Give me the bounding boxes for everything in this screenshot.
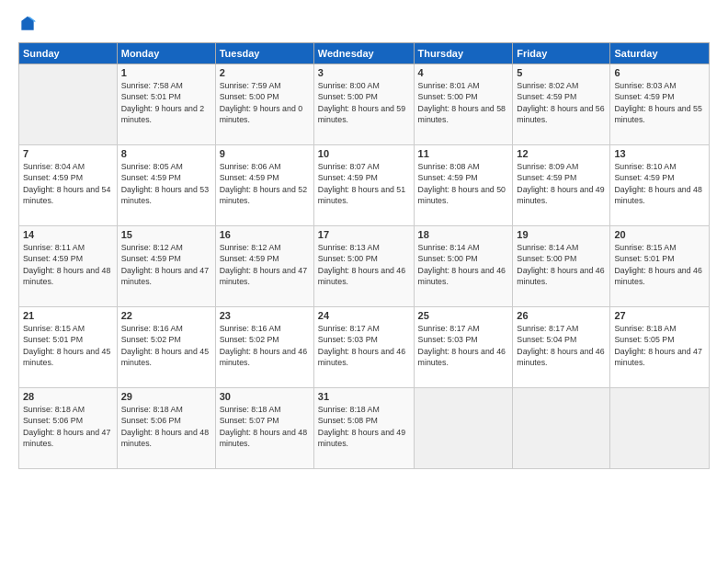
calendar-header-cell: Friday <box>513 43 610 64</box>
calendar-week-row: 28Sunrise: 8:18 AMSunset: 5:06 PMDayligh… <box>19 388 710 469</box>
calendar-day-cell: 22Sunrise: 8:16 AMSunset: 5:02 PMDayligh… <box>117 307 215 388</box>
calendar-day-cell <box>414 388 513 469</box>
calendar-header-cell: Monday <box>117 43 215 64</box>
day-detail: Sunrise: 8:18 AMSunset: 5:06 PMDaylight:… <box>121 404 211 449</box>
day-number: 4 <box>418 67 509 78</box>
calendar-day-cell: 25Sunrise: 8:17 AMSunset: 5:03 PMDayligh… <box>414 307 513 388</box>
day-number: 25 <box>418 310 509 321</box>
day-number: 12 <box>517 148 606 159</box>
calendar-day-cell: 21Sunrise: 8:15 AMSunset: 5:01 PMDayligh… <box>19 307 118 388</box>
calendar-header-cell: Saturday <box>610 43 710 64</box>
day-detail: Sunrise: 8:09 AMSunset: 4:59 PMDaylight:… <box>517 161 606 206</box>
day-number: 26 <box>517 310 606 321</box>
day-detail: Sunrise: 8:18 AMSunset: 5:06 PMDaylight:… <box>23 404 113 449</box>
day-number: 9 <box>220 148 310 159</box>
day-detail: Sunrise: 8:06 AMSunset: 4:59 PMDaylight:… <box>220 161 310 206</box>
calendar-header-cell: Thursday <box>414 43 513 64</box>
calendar-header-row: SundayMondayTuesdayWednesdayThursdayFrid… <box>19 43 710 64</box>
calendar-day-cell: 28Sunrise: 8:18 AMSunset: 5:06 PMDayligh… <box>19 388 118 469</box>
day-detail: Sunrise: 8:18 AMSunset: 5:08 PMDaylight:… <box>318 404 410 449</box>
day-detail: Sunrise: 8:05 AMSunset: 4:59 PMDaylight:… <box>121 161 211 206</box>
day-detail: Sunrise: 8:10 AMSunset: 4:59 PMDaylight:… <box>614 161 705 206</box>
day-number: 8 <box>121 148 211 159</box>
calendar-day-cell: 29Sunrise: 8:18 AMSunset: 5:06 PMDayligh… <box>117 388 215 469</box>
calendar-week-row: 1Sunrise: 7:58 AMSunset: 5:01 PMDaylight… <box>19 64 710 145</box>
day-number: 7 <box>23 148 113 159</box>
day-number: 6 <box>614 67 705 78</box>
day-detail: Sunrise: 8:12 AMSunset: 4:59 PMDaylight:… <box>220 242 310 287</box>
calendar-day-cell: 15Sunrise: 8:12 AMSunset: 4:59 PMDayligh… <box>117 226 215 307</box>
day-number: 24 <box>318 310 410 321</box>
day-number: 5 <box>517 67 606 78</box>
day-number: 1 <box>121 67 211 78</box>
calendar-day-cell: 27Sunrise: 8:18 AMSunset: 5:05 PMDayligh… <box>610 307 710 388</box>
calendar-day-cell: 31Sunrise: 8:18 AMSunset: 5:08 PMDayligh… <box>313 388 414 469</box>
calendar-header-cell: Sunday <box>19 43 118 64</box>
day-number: 22 <box>121 310 211 321</box>
day-number: 16 <box>220 229 310 240</box>
day-detail: Sunrise: 8:15 AMSunset: 5:01 PMDaylight:… <box>23 323 113 368</box>
calendar-day-cell: 20Sunrise: 8:15 AMSunset: 5:01 PMDayligh… <box>610 226 710 307</box>
day-number: 17 <box>318 229 410 240</box>
calendar-day-cell: 24Sunrise: 8:17 AMSunset: 5:03 PMDayligh… <box>313 307 414 388</box>
day-number: 11 <box>418 148 509 159</box>
calendar-day-cell: 1Sunrise: 7:58 AMSunset: 5:01 PMDaylight… <box>117 64 215 145</box>
calendar-day-cell: 14Sunrise: 8:11 AMSunset: 4:59 PMDayligh… <box>19 226 118 307</box>
day-detail: Sunrise: 8:03 AMSunset: 4:59 PMDaylight:… <box>614 80 705 125</box>
calendar-day-cell: 5Sunrise: 8:02 AMSunset: 4:59 PMDaylight… <box>513 64 610 145</box>
day-detail: Sunrise: 8:18 AMSunset: 5:05 PMDaylight:… <box>614 323 705 368</box>
calendar-day-cell <box>610 388 710 469</box>
logo-icon <box>18 15 37 33</box>
calendar-day-cell: 30Sunrise: 8:18 AMSunset: 5:07 PMDayligh… <box>215 388 313 469</box>
calendar-header-cell: Wednesday <box>313 43 414 64</box>
day-detail: Sunrise: 8:00 AMSunset: 5:00 PMDaylight:… <box>318 80 410 125</box>
calendar-day-cell: 4Sunrise: 8:01 AMSunset: 5:00 PMDaylight… <box>414 64 513 145</box>
day-number: 27 <box>614 310 705 321</box>
calendar-day-cell: 23Sunrise: 8:16 AMSunset: 5:02 PMDayligh… <box>215 307 313 388</box>
day-detail: Sunrise: 8:11 AMSunset: 4:59 PMDaylight:… <box>23 242 113 287</box>
day-detail: Sunrise: 8:08 AMSunset: 4:59 PMDaylight:… <box>418 161 509 206</box>
day-number: 15 <box>121 229 211 240</box>
calendar-day-cell: 13Sunrise: 8:10 AMSunset: 4:59 PMDayligh… <box>610 145 710 226</box>
day-detail: Sunrise: 8:18 AMSunset: 5:07 PMDaylight:… <box>220 404 310 449</box>
day-number: 19 <box>517 229 606 240</box>
calendar-table: SundayMondayTuesdayWednesdayThursdayFrid… <box>18 42 710 469</box>
calendar-day-cell: 12Sunrise: 8:09 AMSunset: 4:59 PMDayligh… <box>513 145 610 226</box>
day-detail: Sunrise: 8:14 AMSunset: 5:00 PMDaylight:… <box>517 242 606 287</box>
calendar-body: 1Sunrise: 7:58 AMSunset: 5:01 PMDaylight… <box>19 64 710 469</box>
calendar-day-cell: 17Sunrise: 8:13 AMSunset: 5:00 PMDayligh… <box>313 226 414 307</box>
day-detail: Sunrise: 7:58 AMSunset: 5:01 PMDaylight:… <box>121 80 211 125</box>
calendar-day-cell: 11Sunrise: 8:08 AMSunset: 4:59 PMDayligh… <box>414 145 513 226</box>
calendar-week-row: 14Sunrise: 8:11 AMSunset: 4:59 PMDayligh… <box>19 226 710 307</box>
calendar-header-cell: Tuesday <box>215 43 313 64</box>
calendar-day-cell: 16Sunrise: 8:12 AMSunset: 4:59 PMDayligh… <box>215 226 313 307</box>
header <box>18 15 710 33</box>
day-number: 28 <box>23 391 113 402</box>
calendar-week-row: 21Sunrise: 8:15 AMSunset: 5:01 PMDayligh… <box>19 307 710 388</box>
day-number: 20 <box>614 229 705 240</box>
day-number: 23 <box>220 310 310 321</box>
calendar-day-cell: 7Sunrise: 8:04 AMSunset: 4:59 PMDaylight… <box>19 145 118 226</box>
day-number: 21 <box>23 310 113 321</box>
calendar-day-cell: 19Sunrise: 8:14 AMSunset: 5:00 PMDayligh… <box>513 226 610 307</box>
day-detail: Sunrise: 7:59 AMSunset: 5:00 PMDaylight:… <box>220 80 310 125</box>
day-number: 2 <box>220 67 310 78</box>
day-detail: Sunrise: 8:12 AMSunset: 4:59 PMDaylight:… <box>121 242 211 287</box>
day-detail: Sunrise: 8:16 AMSunset: 5:02 PMDaylight:… <box>220 323 310 368</box>
day-detail: Sunrise: 8:04 AMSunset: 4:59 PMDaylight:… <box>23 161 113 206</box>
calendar-page: SundayMondayTuesdayWednesdayThursdayFrid… <box>0 0 728 563</box>
calendar-day-cell <box>19 64 118 145</box>
calendar-day-cell: 9Sunrise: 8:06 AMSunset: 4:59 PMDaylight… <box>215 145 313 226</box>
day-detail: Sunrise: 8:13 AMSunset: 5:00 PMDaylight:… <box>318 242 410 287</box>
day-detail: Sunrise: 8:16 AMSunset: 5:02 PMDaylight:… <box>121 323 211 368</box>
calendar-day-cell: 26Sunrise: 8:17 AMSunset: 5:04 PMDayligh… <box>513 307 610 388</box>
calendar-day-cell: 8Sunrise: 8:05 AMSunset: 4:59 PMDaylight… <box>117 145 215 226</box>
day-number: 14 <box>23 229 113 240</box>
day-detail: Sunrise: 8:07 AMSunset: 4:59 PMDaylight:… <box>318 161 410 206</box>
day-detail: Sunrise: 8:02 AMSunset: 4:59 PMDaylight:… <box>517 80 606 125</box>
day-number: 29 <box>121 391 211 402</box>
calendar-day-cell: 6Sunrise: 8:03 AMSunset: 4:59 PMDaylight… <box>610 64 710 145</box>
day-number: 30 <box>220 391 310 402</box>
day-detail: Sunrise: 8:14 AMSunset: 5:00 PMDaylight:… <box>418 242 509 287</box>
day-detail: Sunrise: 8:17 AMSunset: 5:03 PMDaylight:… <box>418 323 509 368</box>
